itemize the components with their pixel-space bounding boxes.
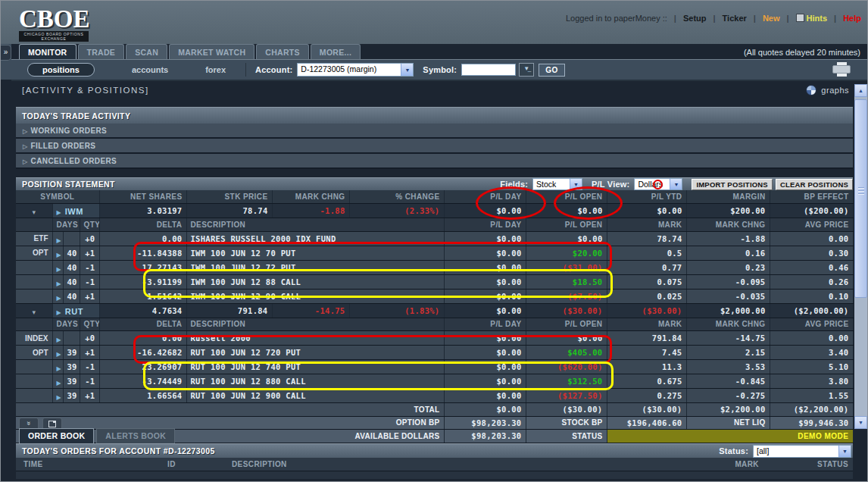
subheader-row: DAYSQTYDELTADESCRIPTIONP/L DAYP/L OPENMA…	[16, 318, 853, 331]
account-dropdown[interactable]: D-12273005 (margin) ▼	[297, 63, 414, 77]
filled-orders-row[interactable]: ▷FILLED ORDERS	[16, 139, 853, 154]
expand-cell[interactable]: ▶	[52, 274, 63, 289]
col-subheader-description: DESCRIPTION	[186, 318, 444, 331]
expand-cell[interactable]: ▶	[52, 231, 63, 246]
hints-checkbox-icon[interactable]	[796, 14, 804, 22]
hints-link[interactable]: Hints	[796, 14, 828, 23]
description-cell: RUT 100 JUN 12 880 CALL	[186, 374, 444, 389]
tab-more[interactable]: MORE...	[311, 44, 361, 59]
description-cell: RUT 100 JUN 12 740 PUT	[186, 360, 444, 374]
buying-power-row: OPTION BP$98,203.30STOCK BP$196,406.60NE…	[16, 416, 853, 430]
col-subheader-qty: QTY	[80, 318, 99, 331]
col-subheader: P/L DAY	[444, 218, 526, 232]
expand-sidebar-icon[interactable]: »	[1, 45, 11, 61]
help-link[interactable]: Help	[843, 14, 861, 23]
expand-cell[interactable]: ▶	[52, 289, 63, 303]
instrument-type-cell	[16, 289, 52, 303]
qty-cell: +1	[80, 346, 99, 360]
import-positions-button[interactable]: IMPORT POSITIONS	[692, 179, 773, 190]
instrument-type-cell	[16, 274, 52, 289]
mark-cell: 0.5	[607, 246, 686, 260]
col-subheader: AVG PRICE	[770, 318, 853, 331]
delta-cell: 1.66564	[99, 389, 186, 403]
expand-arrow-icon: ▶	[57, 336, 61, 343]
col-subheader: MARK CHNG	[686, 318, 770, 331]
go-button[interactable]: GO	[539, 64, 565, 77]
divider: |	[787, 14, 789, 23]
popout-panel-icon[interactable]	[42, 418, 62, 429]
days-cell: 40	[63, 246, 80, 260]
tab-charts[interactable]: CHARTS	[256, 44, 309, 59]
net-shares-cell: 3.03197	[99, 204, 186, 218]
delta-cell: -11.84388	[99, 246, 186, 260]
tab-trade[interactable]: TRADE	[78, 44, 125, 59]
symbol-cell[interactable]: ▶IWM	[52, 204, 99, 218]
expand-cell[interactable]: ▶	[52, 389, 63, 403]
demo-mode-badge: DEMO MODE	[607, 430, 853, 443]
description-cell: RUT 100 JUN 12 720 PUT	[186, 346, 444, 360]
expander-cell[interactable]: ▾	[16, 204, 52, 218]
scrollbar-thumb[interactable]	[854, 99, 867, 298]
scroll-down-icon[interactable]: ▼	[854, 416, 867, 429]
expand-cell[interactable]: ▶	[52, 346, 63, 360]
tab-order-book[interactable]: ORDER BOOK	[19, 428, 94, 443]
setup-link[interactable]: Setup	[683, 14, 707, 23]
graphs-link[interactable]: graphs	[806, 85, 849, 95]
pl-day-cell: $0.00	[444, 374, 526, 389]
delta-cell: 0.00	[99, 231, 186, 246]
tab-alerts-book[interactable]: ALERTS BOOK	[96, 428, 175, 443]
mark-chng-cell: -0.035	[686, 289, 770, 303]
collapse-panel-icon[interactable]: »	[19, 418, 39, 429]
expander-cell[interactable]: ▾	[16, 303, 52, 318]
pl-open-total: ($30.00)	[526, 403, 607, 417]
expand-arrow-icon: ▶	[57, 237, 61, 244]
qty-cell: +1	[80, 246, 99, 260]
pl-day-cell: $0.00	[444, 204, 526, 218]
cancelled-orders-row[interactable]: ▷CANCELLED ORDERS	[16, 154, 853, 169]
col-subheader-qty: QTY	[80, 218, 99, 232]
delta-cell: 23.26907	[99, 360, 186, 374]
view-forex-button[interactable]: forex	[205, 64, 226, 76]
collapse-triangle-icon[interactable]: ▾	[32, 208, 36, 216]
symbol-input[interactable]	[461, 64, 516, 76]
vertical-scrollbar[interactable]: ▲ ▼	[854, 84, 867, 429]
position-row: ▶40+11.51642IWM 100 JUN 12 90 CALL$0.00(…	[16, 289, 853, 303]
ticker-link[interactable]: Ticker	[723, 14, 747, 23]
view-positions-button[interactable]: positions	[27, 63, 95, 77]
view-accounts-button[interactable]: accounts	[132, 64, 168, 76]
symbol-cell[interactable]: ▶RUT	[52, 303, 99, 318]
toolbar-divider	[245, 63, 246, 77]
expand-cell[interactable]: ▶	[52, 360, 63, 374]
days-cell: 39	[63, 389, 80, 403]
avg-price-cell: 1.55	[770, 389, 853, 403]
pl-ytd-cell: $0.00	[607, 204, 686, 218]
working-orders-row[interactable]: ▷WORKING ORDERS	[16, 124, 853, 139]
net-liq-value: $99,946.30	[770, 416, 853, 430]
mark-chng-cell: -0.845	[686, 374, 770, 389]
col-header: MARGIN	[686, 190, 770, 204]
tab-scan[interactable]: SCAN	[126, 44, 167, 59]
todays-orders-bar: TODAY'S ORDERS FOR ACCOUNT #D-12273005 S…	[16, 443, 853, 458]
pl-open-cell: ($30.00)	[526, 303, 607, 318]
tab-market-watch[interactable]: MARKET WATCH	[169, 44, 254, 59]
pl-view-dropdown[interactable]: Dollars ▼	[634, 178, 682, 190]
fields-dropdown[interactable]: Stock ▼	[532, 178, 582, 190]
col-subheader: MARK CHNG	[686, 218, 770, 232]
expand-cell[interactable]: ▶	[52, 331, 63, 346]
col-subheader: AVG PRICE	[770, 218, 853, 232]
symbol-lookup-icon[interactable]: ▼̲	[519, 63, 534, 77]
clear-positions-button[interactable]: CLEAR POSITIONS	[776, 179, 853, 190]
expand-arrow-icon: ▶	[57, 380, 61, 387]
description-cell: IWM 100 JUN 12 72 PUT	[186, 260, 444, 274]
scroll-up-icon[interactable]: ▲	[854, 84, 867, 97]
tab-monitor[interactable]: MONITOR	[19, 44, 76, 59]
new-link[interactable]: New	[763, 14, 780, 23]
expand-cell[interactable]: ▶	[52, 374, 63, 389]
expand-cell[interactable]: ▶	[52, 260, 63, 274]
print-icon[interactable]	[832, 62, 851, 77]
avg-price-cell: 0.26	[770, 274, 853, 289]
status-dropdown[interactable]: [all] ▼	[753, 445, 851, 458]
collapse-triangle-icon[interactable]: ▾	[32, 308, 36, 316]
expand-arrow-icon: ▶	[57, 295, 61, 302]
expand-cell[interactable]: ▶	[52, 246, 63, 260]
